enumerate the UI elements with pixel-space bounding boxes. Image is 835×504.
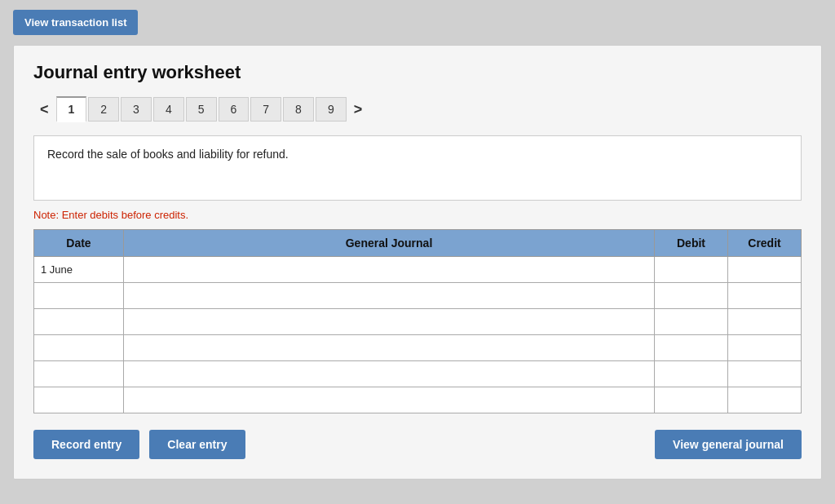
general-journal-cell-3[interactable] (124, 309, 655, 335)
journal-table: Date General Journal Debit Credit 1 June (33, 229, 802, 413)
debit-input-6[interactable] (655, 387, 727, 413)
note-text: Note: Enter debits before credits. (33, 209, 802, 221)
col-header-credit: Credit (728, 230, 802, 257)
date-cell-4 (34, 335, 124, 361)
credit-input-5[interactable] (728, 361, 801, 387)
worksheet-container: Journal entry worksheet < 1 2 3 4 5 6 7 … (13, 45, 822, 480)
credit-input-2[interactable] (728, 283, 801, 308)
tab-prev-button[interactable]: < (33, 98, 55, 122)
buttons-row: Record entry Clear entry View general jo… (33, 430, 802, 459)
description-box: Record the sale of books and liability f… (33, 135, 802, 201)
credit-input-1[interactable] (728, 257, 801, 282)
tab-4[interactable]: 4 (153, 97, 184, 122)
tab-numbers: 1 2 3 4 5 6 7 8 9 (55, 96, 347, 122)
tab-3[interactable]: 3 (121, 97, 152, 122)
debit-input-4[interactable] (655, 335, 727, 360)
debit-cell-4[interactable] (655, 335, 728, 361)
debit-input-5[interactable] (655, 361, 727, 387)
general-journal-input-3[interactable] (124, 309, 654, 334)
date-cell-3 (34, 309, 124, 335)
general-journal-cell-6[interactable] (124, 387, 655, 413)
credit-input-6[interactable] (728, 387, 801, 413)
tab-next-button[interactable]: > (347, 98, 369, 122)
worksheet-title: Journal entry worksheet (33, 62, 802, 83)
general-journal-cell-4[interactable] (124, 335, 655, 361)
view-transaction-button[interactable]: View transaction list (13, 10, 138, 35)
debit-input-1[interactable] (655, 257, 727, 282)
record-entry-button[interactable]: Record entry (33, 430, 139, 459)
date-cell-1: 1 June (34, 257, 124, 283)
general-journal-input-4[interactable] (124, 335, 654, 360)
debit-input-3[interactable] (655, 309, 727, 334)
general-journal-cell-2[interactable] (124, 283, 655, 309)
general-journal-input-2[interactable] (124, 283, 654, 308)
debit-cell-2[interactable] (655, 283, 728, 309)
tab-6[interactable]: 6 (219, 97, 250, 122)
general-journal-cell-1[interactable] (124, 257, 655, 283)
credit-cell-5[interactable] (728, 361, 802, 387)
tab-9[interactable]: 9 (316, 97, 347, 122)
table-row (34, 335, 802, 361)
view-general-journal-button[interactable]: View general journal (655, 430, 802, 459)
date-cell-2 (34, 283, 124, 309)
date-cell-6 (34, 387, 124, 413)
credit-input-4[interactable] (728, 335, 801, 360)
table-row: 1 June (34, 257, 802, 283)
table-row (34, 309, 802, 335)
tab-2[interactable]: 2 (88, 97, 119, 122)
credit-cell-4[interactable] (728, 335, 802, 361)
credit-input-3[interactable] (728, 309, 801, 334)
col-header-date: Date (34, 230, 124, 257)
debit-cell-1[interactable] (655, 257, 728, 283)
tabs-row: < 1 2 3 4 5 6 7 8 9 > (33, 96, 802, 122)
table-row (34, 361, 802, 387)
debit-cell-3[interactable] (655, 309, 728, 335)
general-journal-input-6[interactable] (124, 387, 654, 413)
table-row (34, 387, 802, 413)
tab-7[interactable]: 7 (250, 97, 281, 122)
tab-1[interactable]: 1 (56, 96, 87, 122)
tab-8[interactable]: 8 (283, 97, 314, 122)
tab-5[interactable]: 5 (186, 97, 217, 122)
credit-cell-1[interactable] (728, 257, 802, 283)
credit-cell-3[interactable] (728, 309, 802, 335)
debit-cell-6[interactable] (655, 387, 728, 413)
debit-cell-5[interactable] (655, 361, 728, 387)
general-journal-input-5[interactable] (124, 361, 654, 387)
debit-input-2[interactable] (655, 283, 727, 308)
general-journal-input-1[interactable] (124, 257, 654, 282)
col-header-general-journal: General Journal (124, 230, 655, 257)
credit-cell-2[interactable] (728, 283, 802, 309)
date-cell-5 (34, 361, 124, 387)
clear-entry-button[interactable]: Clear entry (149, 430, 245, 459)
general-journal-cell-5[interactable] (124, 361, 655, 387)
table-row (34, 283, 802, 309)
credit-cell-6[interactable] (728, 387, 802, 413)
col-header-debit: Debit (655, 230, 728, 257)
